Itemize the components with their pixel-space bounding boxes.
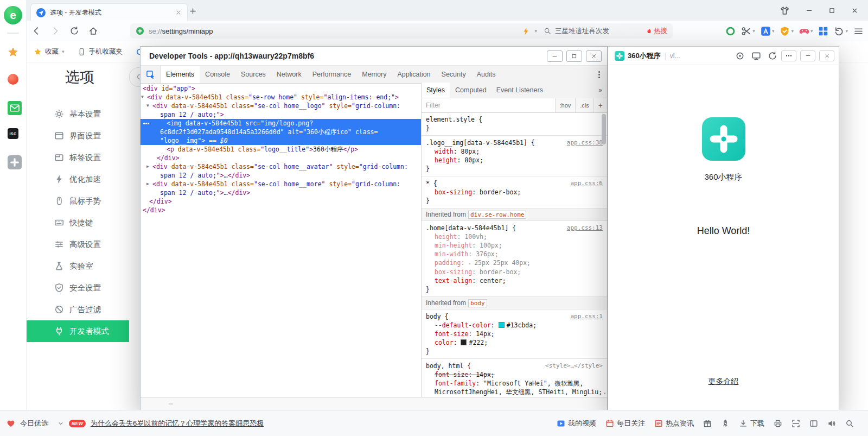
site-security-icon[interactable] — [136, 27, 144, 35]
skin-theme-icon[interactable] — [780, 5, 790, 16]
tabs-overflow-icon[interactable]: » — [593, 83, 607, 98]
screenshot-icon[interactable]: ▾ — [741, 26, 755, 36]
promotions[interactable] — [703, 419, 712, 428]
devtools-tab-audits[interactable]: Audits — [471, 66, 501, 83]
inspect-element-icon[interactable] — [141, 66, 161, 83]
dropdown-caret-icon[interactable]: ▾ — [791, 29, 794, 34]
miniapp-refresh-icon[interactable] — [768, 51, 777, 61]
nav-lab[interactable]: 实验室 — [26, 255, 129, 277]
nav-advanced-settings[interactable]: 高级设置 — [26, 233, 129, 255]
printer[interactable] — [774, 419, 782, 428]
mail-icon[interactable] — [8, 101, 22, 115]
downloads[interactable]: 下载 — [739, 419, 764, 428]
address-bar[interactable]: se://settings/miniapp ▾ — [130, 23, 542, 39]
scrollbar-thumb[interactable] — [602, 114, 606, 144]
restore-tabs-icon[interactable]: ▾ — [834, 26, 848, 36]
translate-icon[interactable]: ▾ — [761, 26, 775, 36]
back-icon[interactable] — [31, 26, 41, 36]
nav-optimization[interactable]: 优化加速 — [26, 168, 129, 190]
breadcrumb-logo-img[interactable] — [169, 403, 173, 405]
css-rule[interactable]: app.css:38.logo__img[data-v-584e45b1] {w… — [422, 136, 607, 176]
nav-interface-settings[interactable]: 界面设置 — [26, 125, 129, 147]
page-search[interactable] — [845, 419, 854, 428]
scan[interactable] — [792, 419, 800, 428]
miniapp-sidebar-icon[interactable] — [8, 155, 22, 169]
miniapp-more-button[interactable] — [781, 50, 796, 61]
my-videos[interactable]: 我的视频 — [557, 419, 596, 428]
new-tab-button[interactable] — [184, 4, 201, 18]
css-source-link[interactable]: app.css:6 — [570, 179, 603, 188]
speed-mode-icon[interactable] — [522, 27, 530, 35]
css-rule[interactable]: element.style {} — [422, 112, 607, 136]
devtools-tab-sources[interactable]: Sources — [235, 66, 271, 83]
devtools-tab-memory[interactable]: Memory — [356, 66, 392, 83]
apps-grid-icon[interactable]: ▾ — [818, 26, 828, 36]
css-source-link[interactable]: app.css:38 — [567, 138, 603, 147]
home-icon[interactable] — [88, 26, 98, 36]
search-box[interactable]: 三星堆遗址再次发 热搜 — [538, 23, 673, 39]
nav-tab-settings[interactable]: 标签设置 — [26, 147, 129, 168]
devtools-tab-security[interactable]: Security — [436, 66, 471, 83]
styles-tab[interactable]: Styles — [422, 83, 450, 98]
devtools-minimize-button[interactable] — [547, 50, 563, 62]
inherited-selector-chip[interactable]: div.se-row.home — [468, 211, 526, 219]
cast-screen-icon[interactable] — [751, 51, 761, 61]
bookmark-favorites[interactable]: 收藏 ▾ — [34, 47, 65, 56]
nav-shortcuts[interactable]: 快捷键 — [26, 212, 129, 233]
tab-close-icon[interactable] — [175, 9, 182, 16]
booster[interactable] — [721, 419, 730, 428]
address-dropdown-icon[interactable]: ▾ — [534, 29, 537, 34]
volume[interactable] — [827, 419, 836, 428]
nav-site-icon[interactable] — [8, 74, 18, 85]
dropdown-caret-icon[interactable]: ▾ — [772, 29, 775, 34]
styles-filter-input[interactable] — [422, 98, 555, 112]
devtools-tab-performance[interactable]: Performance — [307, 66, 357, 83]
isc-icon[interactable]: ISC — [8, 128, 18, 139]
elements-tree[interactable]: <div id="app">▼<div data-v-584e45b1 clas… — [141, 83, 422, 397]
miniapp-close-button[interactable] — [819, 50, 834, 61]
css-source-link[interactable]: app.css:1 — [570, 312, 603, 321]
devtools-maximize-button[interactable] — [566, 50, 582, 62]
side-panel[interactable] — [809, 419, 818, 428]
bookmark-mobile[interactable]: 手机收藏夹 ▾ — [78, 47, 123, 56]
record-icon[interactable]: ▾ — [725, 26, 736, 36]
games-icon[interactable]: ▾ — [799, 26, 813, 36]
devtools-close-button[interactable] — [586, 50, 602, 62]
devtools-tab-network[interactable]: Network — [271, 66, 307, 83]
refresh-icon[interactable] — [69, 26, 79, 36]
hot-news[interactable]: 热点资讯 — [654, 419, 694, 428]
menu-icon[interactable]: ▾ — [853, 26, 864, 36]
nav-ad-filter[interactable]: 广告过滤 — [26, 299, 129, 320]
hover-toggle[interactable]: :hov — [555, 98, 576, 112]
devtools-more-icon[interactable] — [591, 66, 607, 83]
miniapp-titlebar[interactable]: 360小程序 | vi... — [608, 47, 839, 65]
daily-picks-link[interactable]: 今日优选 — [20, 419, 48, 428]
inherited-selector-chip[interactable]: body — [468, 299, 487, 307]
minimize-button[interactable] — [797, 0, 820, 21]
css-rule[interactable]: <style>…</style>body, html {font-size: 1… — [422, 359, 607, 397]
miniapp-minimize-button[interactable] — [800, 50, 815, 61]
browser-logo[interactable]: e — [4, 6, 22, 24]
forward-icon[interactable] — [50, 26, 60, 36]
more-info-link[interactable]: 更多介绍 — [608, 377, 839, 387]
styles-blocks[interactable]: element.style {}app.css:38.logo__img[dat… — [422, 112, 607, 397]
scroll-down-icon[interactable]: ▾ — [603, 391, 606, 396]
url-text[interactable]: se://settings/miniapp — [149, 27, 213, 35]
devtools-titlebar[interactable]: Developer Tools - app://qh13waury22p7m8b… — [141, 47, 607, 65]
class-toggle[interactable]: .cls — [575, 98, 593, 112]
css-rule[interactable]: app.css:6* {box-sizing: border-box;} — [422, 176, 607, 208]
dropdown-caret-icon[interactable]: ▾ — [752, 29, 755, 34]
devtools-tab-console[interactable]: Console — [200, 66, 235, 83]
nav-mouse-gestures[interactable]: 鼠标手势 — [26, 190, 129, 212]
devtools-tab-elements[interactable]: Elements — [161, 66, 200, 83]
nav-basic-settings[interactable]: 基本设置 — [26, 103, 129, 125]
css-rule[interactable]: app.css:13.home[data-v-584e45b1] {height… — [422, 221, 607, 297]
close-button[interactable] — [843, 0, 866, 21]
search-input[interactable]: 三星堆遗址再次发 — [555, 27, 642, 36]
favorites-star-icon[interactable] — [7, 46, 19, 58]
new-rule-button[interactable]: + — [593, 98, 607, 112]
security-shield-icon[interactable]: ▾ — [780, 26, 794, 36]
devtools-tab-application[interactable]: Application — [392, 66, 436, 83]
css-source-link[interactable]: app.css:13 — [567, 224, 603, 232]
daily-follow[interactable]: 每日关注 — [605, 419, 645, 428]
